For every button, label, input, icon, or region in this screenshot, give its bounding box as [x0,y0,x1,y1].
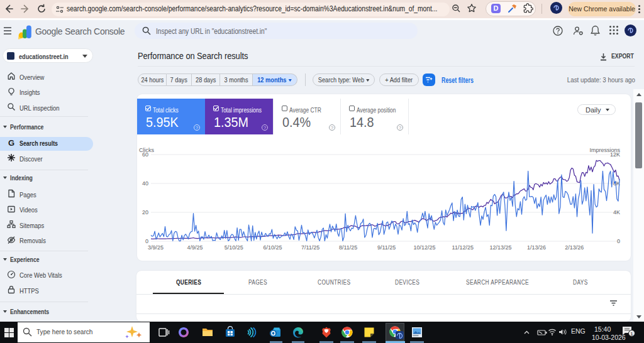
svg-text:G: G [8,138,14,147]
svg-text:2/13/26: 2/13/26 [565,244,584,251]
svg-text:5/10/25: 5/10/25 [225,244,243,251]
svg-text:4K: 4K [613,209,620,215]
svg-text:0: 0 [145,238,148,244]
svg-text:12K: 12K [610,151,620,158]
svg-text:12/13/25: 12/13/25 [489,244,511,251]
svg-text:40: 40 [142,180,148,187]
svg-text:6/10/25: 6/10/25 [263,244,282,251]
svg-text:20: 20 [142,209,148,215]
svg-text:1/13/26: 1/13/26 [527,244,546,251]
svg-text:9/11/25: 9/11/25 [377,244,396,251]
svg-text:7/11/25: 7/11/25 [301,244,319,251]
svg-text:11/12/25: 11/12/25 [452,244,474,251]
svg-text:4/9/25: 4/9/25 [187,244,203,251]
svg-text:8/11/25: 8/11/25 [339,244,357,251]
svg-text:10/12/25: 10/12/25 [413,244,435,251]
svg-text:0: 0 [617,238,620,244]
svg-text:3/9/25: 3/9/25 [148,244,164,251]
svg-text:60: 60 [142,151,148,158]
